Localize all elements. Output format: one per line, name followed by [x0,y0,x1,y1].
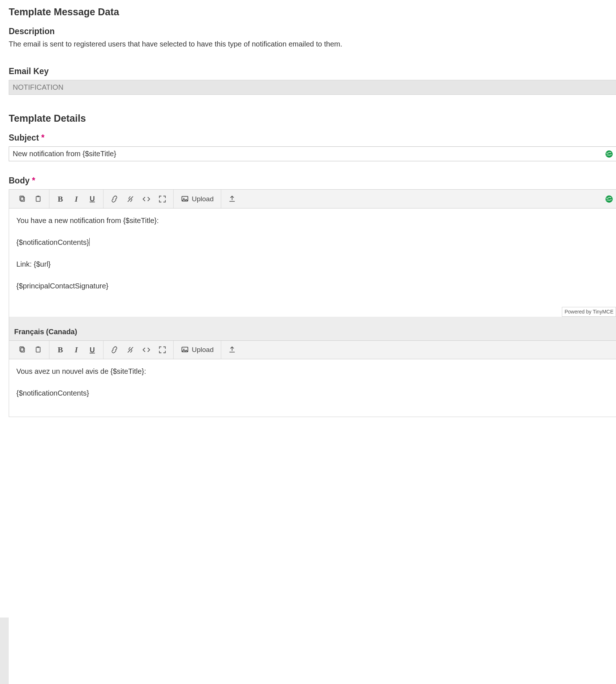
section-title-data: Template Message Data [9,7,616,18]
upload-label: Upload [192,346,214,354]
email-key-value: NOTIFICATION [9,80,616,95]
unlink-button[interactable] [123,343,138,357]
image-icon [181,195,189,203]
fullscreen-button[interactable] [155,343,170,357]
link-button[interactable] [107,343,122,357]
body-line: You have a new notification from {$siteT… [16,215,609,226]
code-button[interactable] [139,343,154,357]
copy-button[interactable] [15,192,29,206]
body-line: {$principalContactSignature} [16,280,609,291]
description-text: The email is sent to registered users th… [9,40,616,48]
required-mark: * [41,133,44,142]
upload-button[interactable] [225,343,239,357]
image-icon [181,346,189,354]
upload-label: Upload [192,195,214,203]
description-label: Description [9,27,616,36]
language-label-fr: Français (Canada) [9,317,616,340]
link-button[interactable] [107,192,122,206]
subject-label: Subject * [9,133,616,143]
globe-icon[interactable] [605,150,613,158]
bold-button[interactable]: B [53,192,68,206]
body-editor: B I U Upload You have a new notification… [9,189,616,417]
underline-button[interactable]: U [85,343,100,357]
section-title-details: Template Details [9,113,616,124]
bold-button[interactable]: B [53,343,68,357]
body-label-text: Body [9,176,30,185]
image-upload-button[interactable]: Upload [177,192,217,206]
subject-field-wrap [9,146,616,161]
subject-label-text: Subject [9,133,39,142]
body-line: Link: {$url} [16,259,609,270]
required-mark: * [32,176,35,185]
editor-toolbar-fr: B I U Upload [9,340,616,359]
fullscreen-button[interactable] [155,192,170,206]
unlink-button[interactable] [123,192,138,206]
paste-button[interactable] [31,343,45,357]
globe-icon[interactable] [605,195,613,203]
body-editor-content-fr[interactable]: Vous avez un nouvel avis de {$siteTitle}… [9,359,616,417]
image-upload-button[interactable]: Upload [177,343,217,357]
body-line: Vous avez un nouvel avis de {$siteTitle}… [16,366,609,377]
underline-button[interactable]: U [85,192,100,206]
body-line: {$notificationContents} [16,237,609,248]
editor-toolbar: B I U Upload [9,190,616,209]
upload-button[interactable] [225,192,239,206]
subject-input[interactable] [9,147,616,161]
code-button[interactable] [139,192,154,206]
email-key-label: Email Key [9,66,616,76]
body-editor-content[interactable]: You have a new notification from {$siteT… [9,209,616,317]
italic-button[interactable]: I [69,343,84,357]
copy-button[interactable] [15,343,29,357]
powered-by-tinymce: Powered by TinyMCE [562,307,616,317]
body-label: Body * [9,176,616,186]
body-line: {$notificationContents} [16,388,609,398]
italic-button[interactable]: I [69,192,84,206]
paste-button[interactable] [31,192,45,206]
